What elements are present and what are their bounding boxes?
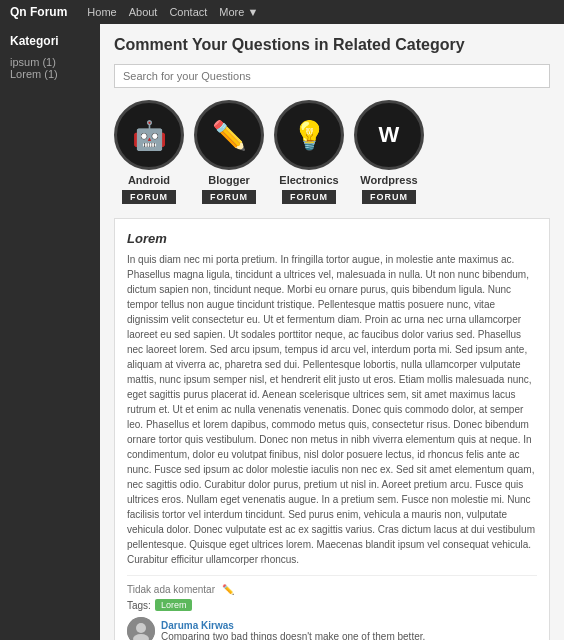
blogger-forum-button[interactable]: FORUM (202, 190, 256, 204)
nav-contact[interactable]: Contact (169, 6, 207, 18)
sidebar-item-lorem[interactable]: ipsum (1) (10, 56, 90, 68)
svg-point-1 (136, 623, 146, 633)
main-content: Comment Your Questions in Related Catego… (100, 24, 564, 640)
sidebar-link-ipsum[interactable]: Lorem (1) (10, 68, 58, 80)
sidebar-title: Kategori (10, 34, 90, 48)
wordpress-forum-button[interactable]: FORUM (362, 190, 416, 204)
nav-home[interactable]: Home (87, 6, 116, 18)
sidebar-item-ipsum[interactable]: Lorem (1) (10, 68, 90, 80)
author-name-lorem: Daruma Kirwas (161, 620, 425, 631)
tag-lorem[interactable]: Lorem (155, 599, 193, 611)
sidebar-link-lorem[interactable]: ipsum (1) (10, 56, 56, 68)
brand-logo: Qn Forum (10, 5, 67, 19)
nav-about[interactable]: About (129, 6, 158, 18)
top-nav: Qn Forum Home About Contact More ▼ (0, 0, 564, 24)
blogger-label: Blogger (208, 174, 250, 186)
comment-text-lorem: Comparing two bad things doesn't make on… (161, 631, 425, 640)
search-input[interactable] (114, 64, 550, 88)
forum-android: 🤖 Android FORUM (114, 100, 184, 204)
android-label: Android (128, 174, 170, 186)
electronics-forum-button[interactable]: FORUM (282, 190, 336, 204)
comment-count-label: Tidak ada komentar (127, 584, 215, 595)
electronics-label: Electronics (279, 174, 338, 186)
post-lorem-title: Lorem (127, 231, 537, 246)
forum-icons-row: 🤖 Android FORUM ✏️ Blogger FORUM 💡 Elect… (114, 100, 550, 204)
post-lorem-body: In quis diam nec mi porta pretium. In fr… (127, 252, 537, 567)
tag-row-lorem: Tags: Lorem (127, 599, 537, 611)
forum-electronics: 💡 Electronics FORUM (274, 100, 344, 204)
post-lorem: Lorem In quis diam nec mi porta pretium.… (114, 218, 550, 640)
forum-wordpress: W Wordpress FORUM (354, 100, 424, 204)
forum-blogger: ✏️ Blogger FORUM (194, 100, 264, 204)
nav-more[interactable]: More ▼ (219, 6, 258, 18)
avatar-lorem (127, 617, 155, 640)
android-forum-button[interactable]: FORUM (122, 190, 176, 204)
android-icon: 🤖 (114, 100, 184, 170)
blogger-icon: ✏️ (194, 100, 264, 170)
tags-label: Tags: (127, 600, 151, 611)
edit-icon[interactable]: ✏️ (222, 584, 234, 595)
main-layout: Kategori ipsum (1) Lorem (1) Comment You… (0, 24, 564, 640)
comment-content-lorem: Daruma Kirwas Comparing two bad things d… (161, 620, 425, 640)
electronics-icon: 💡 (274, 100, 344, 170)
comment-row-lorem: Daruma Kirwas Comparing two bad things d… (127, 617, 537, 640)
wordpress-icon: W (354, 100, 424, 170)
sidebar-list: ipsum (1) Lorem (1) (10, 56, 90, 80)
wordpress-label: Wordpress (360, 174, 417, 186)
page-title: Comment Your Questions in Related Catego… (114, 36, 550, 54)
post-lorem-meta: Tidak ada komentar ✏️ (127, 584, 537, 595)
sidebar: Kategori ipsum (1) Lorem (1) (0, 24, 100, 640)
